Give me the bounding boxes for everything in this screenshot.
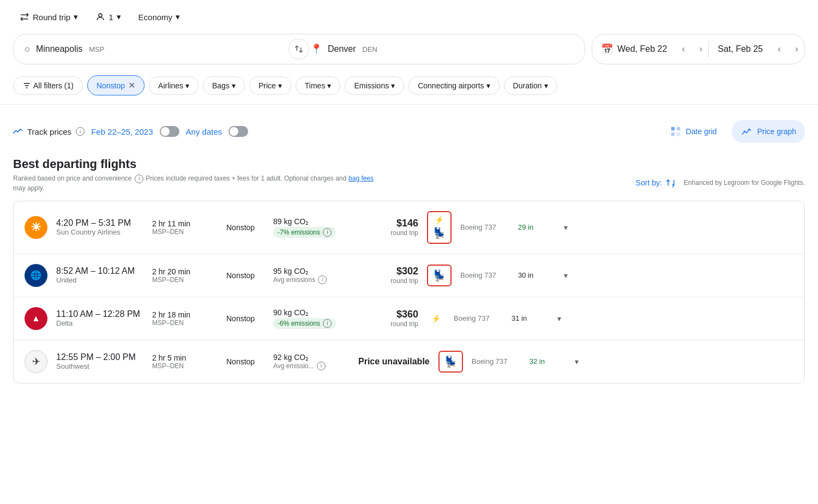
duration-time: 2 hr 11 min	[152, 219, 218, 228]
swap-button[interactable]	[288, 39, 309, 59]
emissions-text: 90 kg CO₂	[273, 308, 350, 317]
cabin-class-chevron: ▾	[176, 12, 180, 22]
sort-button[interactable]: Sort by:	[636, 178, 675, 188]
cabin-class-label: Economy	[139, 13, 173, 22]
any-dates-toggle[interactable]	[228, 126, 248, 137]
sort-by-label: Sort by:	[636, 178, 662, 187]
sort-icon	[665, 178, 675, 188]
flight-row[interactable]: 🌐 8:52 AM – 10:12 AM United 2 hr 20 min …	[14, 254, 804, 297]
svg-rect-2	[676, 127, 679, 130]
expand-btn[interactable]: ▾	[550, 310, 568, 327]
return-prev-btn[interactable]: ‹	[772, 41, 787, 57]
departure-next-btn[interactable]: ›	[693, 41, 708, 57]
svg-point-5	[744, 130, 746, 133]
origin-field[interactable]: ○ Minneapolis MSP	[14, 34, 299, 64]
dates-bar[interactable]: 📅 Wed, Feb 22 ‹ › Sat, Feb 25 ‹ ›	[592, 34, 805, 64]
emissions-chip[interactable]: Emissions ▾	[345, 76, 404, 95]
origin-dest-bar: ○ Minneapolis MSP 📍 Denver DEN	[13, 34, 585, 64]
airlines-chip[interactable]: Airlines ▾	[149, 76, 199, 95]
nonstop-label: Nonstop	[97, 81, 125, 90]
duration-time: 2 hr 18 min	[152, 310, 218, 319]
time-range: 8:52 AM – 10:12 AM	[56, 266, 143, 276]
flight-row[interactable]: ▲ 11:10 AM – 12:28 PM Delta 2 hr 18 min …	[14, 297, 804, 340]
flights-list: ☀ 4:20 PM – 5:31 PM Sun Country Airlines…	[13, 201, 805, 383]
flight-emissions: 89 kg CO₂ -7% emissions i	[273, 217, 350, 238]
seat-amenities: ⚡💺	[427, 211, 452, 244]
airline-name: Sun Country Airlines	[56, 228, 143, 236]
flight-emissions: 95 kg CO₂ Avg emissions i	[273, 267, 350, 284]
price-type: round trip	[358, 229, 418, 237]
top-bar: Round trip ▾ 1 ▾ Economy ▾	[0, 0, 818, 34]
price-chip[interactable]: Price ▾	[249, 76, 291, 95]
flight-price: $360round trip	[358, 309, 418, 328]
flight-row[interactable]: ☀ 4:20 PM – 5:31 PM Sun Country Airlines…	[14, 201, 804, 254]
search-bar: ○ Minneapolis MSP 📍 Denver DEN 📅 Wed, Fe…	[13, 34, 805, 64]
subtitle: Ranked based on price and convenience	[13, 175, 132, 182]
time-range: 11:10 AM – 12:28 PM	[56, 309, 143, 319]
price-label: Price	[258, 81, 276, 90]
return-next-btn[interactable]: ›	[789, 41, 804, 57]
trip-type-chevron: ▾	[74, 12, 78, 22]
route: MSP–DEN	[152, 319, 218, 327]
tracking-bar: Track prices i Feb 22–25, 2023 Any dates…	[0, 109, 818, 148]
nonstop-remove-btn[interactable]: ✕	[128, 80, 135, 91]
departure-date[interactable]: 📅 Wed, Feb 22	[592, 34, 676, 64]
all-filters-label: All filters (1)	[33, 81, 74, 90]
connecting-airports-chip[interactable]: Connecting airports ▾	[408, 76, 499, 95]
subtitle-info-icon[interactable]: i	[135, 175, 143, 183]
svg-rect-3	[671, 133, 674, 136]
track-prices-label: Track prices i	[13, 127, 85, 136]
expand-btn[interactable]: ▾	[557, 267, 574, 284]
flight-row[interactable]: ✈ 12:55 PM – 2:00 PM Southwest 2 hr 5 mi…	[14, 340, 804, 383]
expand-btn[interactable]: ▾	[568, 353, 586, 370]
nonstop-chip[interactable]: Nonstop ✕	[87, 75, 145, 95]
may-apply: may apply.	[13, 184, 44, 192]
section-title: Best departing flights	[13, 157, 805, 171]
duration-label: Duration	[513, 81, 542, 90]
airlines-label: Airlines	[158, 81, 183, 90]
duration-chevron: ▾	[544, 81, 548, 90]
emissions-badge: Avg emissio... i	[273, 362, 350, 370]
expand-btn[interactable]: ▾	[557, 219, 574, 236]
passengers-selector[interactable]: 1 ▾	[89, 8, 127, 26]
svg-point-0	[99, 14, 102, 17]
section-meta: Ranked based on price and convenience i …	[13, 173, 374, 192]
track-dates: Feb 22–25, 2023	[91, 127, 153, 136]
tracking-left: Track prices i Feb 22–25, 2023 Any dates	[13, 126, 652, 137]
price-amount: $146	[358, 218, 418, 229]
flight-times: 4:20 PM – 5:31 PM Sun Country Airlines	[56, 218, 143, 236]
flight-duration: 2 hr 20 min MSP–DEN	[152, 267, 218, 284]
swap-icon	[294, 44, 304, 54]
svg-rect-4	[676, 133, 679, 136]
passengers-chevron: ▾	[117, 12, 121, 22]
bag-fees-link[interactable]: bag fees	[348, 175, 374, 182]
person-icon	[95, 12, 105, 22]
price-graph-btn[interactable]: Price graph	[732, 120, 805, 143]
flight-duration: 2 hr 11 min MSP–DEN	[152, 219, 218, 236]
duration-chip[interactable]: Duration ▾	[504, 76, 557, 95]
departure-prev-btn[interactable]: ‹	[676, 41, 691, 57]
track-prices-info-icon[interactable]: i	[76, 127, 85, 136]
date-grid-btn[interactable]: Date grid	[661, 120, 726, 143]
all-filters-chip[interactable]: All filters (1)	[13, 76, 83, 95]
track-prices-toggle[interactable]	[160, 126, 179, 137]
seat-amenities: 💺	[427, 265, 452, 286]
emissions-text: 92 kg CO₂	[273, 353, 350, 362]
bags-chevron: ▾	[232, 81, 236, 90]
date-grid-label: Date grid	[686, 127, 717, 136]
return-date[interactable]: Sat, Feb 25	[709, 34, 772, 64]
flight-stops: Nonstop	[226, 314, 264, 323]
cabin-class-selector[interactable]: Economy ▾	[132, 8, 187, 26]
flight-stops: Nonstop	[226, 271, 264, 280]
destination-field[interactable]: 📍 Denver DEN	[299, 34, 585, 64]
airline-logo: ☀	[25, 216, 47, 239]
legroom: 29 in	[518, 223, 548, 231]
times-label: Times	[305, 81, 326, 90]
emissions-text: 95 kg CO₂	[273, 267, 350, 275]
flight-times: 11:10 AM – 12:28 PM Delta	[56, 309, 143, 327]
trip-type-selector[interactable]: Round trip ▾	[13, 8, 85, 26]
times-chip[interactable]: Times ▾	[296, 76, 341, 95]
departure-date-label: Wed, Feb 22	[617, 44, 667, 54]
bags-chip[interactable]: Bags ▾	[203, 76, 245, 95]
origin-code: MSP	[89, 45, 104, 53]
